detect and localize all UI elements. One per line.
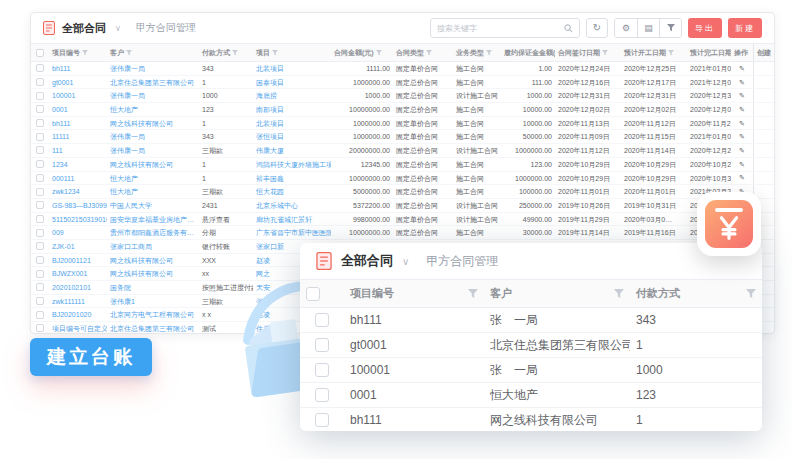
cell-col-1[interactable]: 张伟康一局 [107, 89, 199, 102]
settings-button[interactable]: ⚙ [615, 19, 637, 37]
edit-icon[interactable]: ✎ [731, 158, 753, 171]
edit-icon[interactable]: ✎ [731, 172, 753, 185]
filter-icon[interactable] [82, 50, 88, 56]
row-checkbox[interactable] [31, 117, 49, 130]
edit-icon[interactable]: ✎ [731, 103, 753, 116]
columns-button[interactable]: ▤ [637, 19, 659, 37]
filter-icon[interactable] [468, 289, 478, 299]
filter-icon[interactable] [232, 50, 238, 56]
cell-col-1[interactable]: 北京住总集团第三有限公司 [107, 322, 199, 334]
cell-col-1[interactable]: 网之线科技有限公司 [107, 117, 199, 130]
row-checkbox[interactable] [300, 308, 344, 332]
cell-col-0[interactable]: 11111 [49, 130, 107, 143]
create-button[interactable]: 新建 [728, 18, 762, 38]
cell-col-0[interactable]: BJWZX001 [49, 267, 107, 280]
cell-col-1[interactable]: 网之线科技有限公司 [107, 267, 199, 280]
select-all-checkbox[interactable] [31, 44, 49, 61]
cell-col-0[interactable]: BJ20201020 [49, 308, 107, 321]
cell-col-0[interactable]: 111 [49, 144, 107, 157]
overlay-cell-col-1[interactable]: 网之线科技有限公司 [484, 408, 630, 431]
chevron-down-icon[interactable]: ∨ [115, 24, 121, 33]
row-checkbox[interactable] [300, 358, 344, 382]
filter-icon[interactable] [486, 50, 492, 56]
edit-icon[interactable]: ✎ [731, 76, 753, 89]
cell-col-0[interactable]: 100001 [49, 89, 107, 102]
filter-button[interactable] [659, 19, 681, 37]
cell-col-3[interactable]: 国泰项目 [253, 76, 331, 89]
cell-col-3[interactable]: 张恒项目 [253, 130, 331, 143]
filter-icon[interactable] [614, 289, 624, 299]
cell-col-0[interactable]: zwk1234 [49, 185, 107, 198]
cell-col-1[interactable]: 北京住总集团第三有限公司 [107, 76, 199, 89]
create-ledger-button[interactable]: 建立台账 [30, 338, 152, 376]
cell-col-1[interactable]: 张伟康一局 [107, 144, 199, 157]
cell-col-3[interactable]: 裕丰国鑫 [253, 172, 331, 185]
cell-col-1[interactable]: 网之线科技有限公司 [107, 158, 199, 171]
cell-col-3[interactable]: 伟康大厦 [253, 144, 331, 157]
filter-icon[interactable] [126, 50, 132, 56]
cell-col-1[interactable]: 国安华夏幸福基业房地产… [107, 213, 199, 226]
cell-col-1[interactable]: 张家口工商局 [107, 240, 199, 253]
row-checkbox[interactable] [31, 144, 49, 157]
row-checkbox[interactable] [31, 254, 49, 267]
row-checkbox[interactable] [31, 62, 49, 75]
cell-col-3[interactable]: 广东省晋宁市新中医医院… [253, 226, 331, 239]
edit-icon[interactable]: ✎ [731, 117, 753, 130]
row-checkbox[interactable] [31, 226, 49, 239]
filter-icon[interactable] [376, 50, 382, 56]
row-checkbox[interactable] [31, 76, 49, 89]
cell-col-0[interactable]: 项目编号可自定义 [49, 322, 107, 334]
cell-col-3[interactable]: 南郡项目 [253, 103, 331, 116]
row-checkbox[interactable] [300, 333, 344, 357]
export-button[interactable]: 导出 [688, 18, 722, 38]
select-all-checkbox[interactable] [300, 280, 344, 307]
cell-col-0[interactable]: BJ20001121 [49, 254, 107, 267]
cell-col-1[interactable]: 恒大地产 [107, 103, 199, 116]
search-icon[interactable] [564, 24, 573, 33]
cell-col-0[interactable]: 009 [49, 226, 107, 239]
cell-col-0[interactable]: bh111 [49, 117, 107, 130]
overlay-cell-col-0[interactable]: gt0001 [344, 333, 484, 357]
cell-col-1[interactable]: 网之线科技有限公司 [107, 254, 199, 267]
cell-col-3[interactable]: 海底捞 [253, 89, 331, 102]
row-checkbox[interactable] [31, 158, 49, 171]
cell-col-1[interactable]: 国务院 [107, 281, 199, 294]
row-checkbox[interactable] [31, 103, 49, 116]
cell-col-0[interactable]: 5115021503190101 [49, 213, 107, 226]
row-checkbox[interactable] [31, 295, 49, 308]
cell-col-1[interactable]: 贵州市都阳鑫酒店服务有… [107, 226, 199, 239]
row-checkbox[interactable] [31, 172, 49, 185]
cell-col-0[interactable]: gt0001 [49, 76, 107, 89]
cell-col-1[interactable]: 恒大地产 [107, 172, 199, 185]
chevron-down-icon[interactable]: ∨ [402, 256, 409, 267]
search-input[interactable] [437, 24, 564, 33]
filter-icon[interactable] [746, 289, 756, 299]
cell-col-0[interactable]: 2020102101 [49, 281, 107, 294]
cell-col-0[interactable]: 000111 [49, 172, 107, 185]
cell-col-3[interactable]: 廊坊孔雀城汇景轩 [253, 213, 331, 226]
edit-icon[interactable]: ✎ [731, 89, 753, 102]
row-checkbox[interactable] [31, 130, 49, 143]
row-checkbox[interactable] [300, 408, 344, 431]
row-checkbox[interactable] [31, 322, 49, 334]
filter-icon[interactable] [272, 50, 278, 56]
cell-col-1[interactable]: 张伟康一局 [107, 62, 199, 75]
cell-col-1[interactable]: 恒大地产 [107, 185, 199, 198]
cell-col-3[interactable]: 北装项目 [253, 117, 331, 130]
cell-col-3[interactable]: 北装项目 [253, 62, 331, 75]
row-checkbox[interactable] [31, 267, 49, 280]
overlay-cell-col-0[interactable]: 100001 [344, 358, 484, 382]
filter-icon[interactable] [602, 50, 608, 56]
cell-col-0[interactable]: 0001 [49, 103, 107, 116]
cell-col-0[interactable]: zwk111111 [49, 295, 107, 308]
cell-col-0[interactable]: ZJK-01 [49, 240, 107, 253]
row-checkbox[interactable] [31, 89, 49, 102]
refresh-button[interactable]: ↻ [586, 18, 608, 38]
cell-col-1[interactable]: 张伟康一局 [107, 130, 199, 143]
cell-col-0[interactable]: 1234 [49, 158, 107, 171]
row-checkbox[interactable] [31, 213, 49, 226]
row-checkbox[interactable] [31, 199, 49, 212]
row-checkbox[interactable] [31, 308, 49, 321]
cell-col-0[interactable]: bh111 [49, 62, 107, 75]
overlay-cell-col-0[interactable]: 0001 [344, 383, 484, 407]
